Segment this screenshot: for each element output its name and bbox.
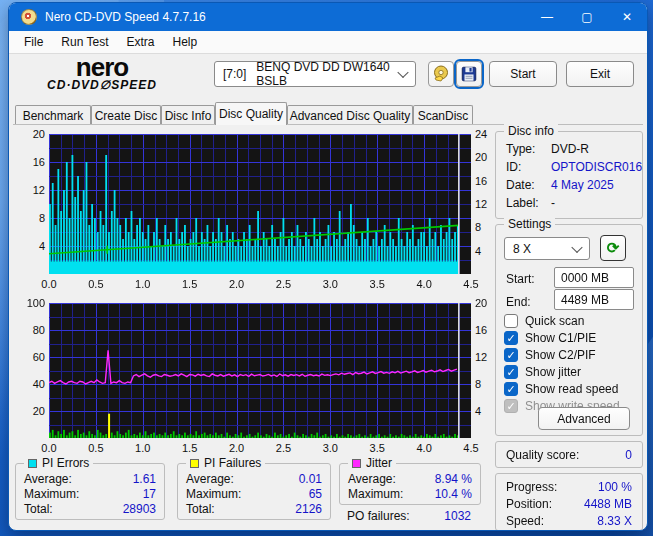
- pie-maximum-value: 17: [143, 487, 156, 501]
- maximize-button[interactable]: ▢: [567, 3, 607, 31]
- pi-failures-group: PI Failures Average: 0.01 Maximum: 65 To…: [177, 463, 331, 520]
- checkbox-checked-icon: ✓: [504, 331, 518, 345]
- pi-errors-group: PI Errors Average: 1.61 Maximum: 17 Tota…: [15, 463, 165, 520]
- disc-label-label: Label:: [506, 196, 539, 210]
- menu-bar: File Run Test Extra Help: [9, 31, 647, 54]
- minimize-button[interactable]: —: [527, 3, 567, 31]
- speed-value: 8.33 X: [597, 514, 632, 528]
- tab-disc-info[interactable]: Disc Info: [161, 105, 215, 125]
- pif-maximum-value: 65: [309, 487, 322, 501]
- jitter-average-label: Average:: [348, 472, 396, 486]
- jitter-title: Jitter: [348, 456, 396, 470]
- save-button[interactable]: [456, 61, 482, 87]
- drive-name: BENQ DVD DD DW1640 BSLB: [256, 60, 407, 88]
- close-button[interactable]: ✕: [607, 3, 647, 31]
- axis-tick-label: 60: [15, 351, 45, 363]
- nero-logo: nero CD·DVD∅SPEED: [27, 55, 177, 91]
- speed-label: Speed:: [506, 514, 544, 528]
- pif-total-label: Total:: [186, 502, 215, 516]
- checkbox-checked-icon: ✓: [504, 382, 518, 396]
- axis-tick-label: 12: [15, 184, 45, 196]
- po-failures-label: PO failures:: [347, 509, 410, 523]
- axis-tick-label: 3.0: [315, 278, 345, 290]
- menu-run-test[interactable]: Run Test: [52, 32, 117, 52]
- toolbar: nero CD·DVD∅SPEED [7:0] BENQ DVD DD DW16…: [9, 55, 647, 101]
- window-title: Nero CD-DVD Speed 4.7.7.16: [45, 10, 206, 24]
- progress-label: Progress:: [506, 480, 557, 494]
- pif-maximum-label: Maximum:: [186, 487, 241, 501]
- quality-score-label: Quality score:: [506, 448, 579, 462]
- tab-bar: Benchmark Create Disc Disc Info Disc Qua…: [9, 102, 647, 126]
- refresh-button[interactable]: ⟳: [600, 235, 626, 261]
- progress-value: 100 %: [598, 480, 632, 494]
- pif-total-value: 2126: [295, 502, 322, 516]
- app-icon: [21, 9, 37, 25]
- axis-tick-label: 3.5: [362, 278, 392, 290]
- start-button[interactable]: Start: [489, 61, 557, 87]
- axis-tick-label: 1.5: [175, 442, 205, 454]
- axis-tick-label: 0.5: [81, 442, 111, 454]
- disc-info-title: Disc info: [504, 124, 558, 138]
- jitter-maximum-value: 10.4 %: [435, 487, 472, 501]
- jitter-maximum-label: Maximum:: [348, 487, 403, 501]
- menu-file[interactable]: File: [15, 32, 52, 52]
- pie-average-label: Average:: [24, 472, 72, 486]
- pif-average-value: 0.01: [299, 472, 322, 486]
- advanced-button[interactable]: Advanced: [538, 407, 630, 430]
- disc-hand-icon: [431, 64, 451, 84]
- tab-disc-quality[interactable]: Disc Quality: [215, 102, 287, 125]
- axis-tick-label: 2.0: [222, 278, 252, 290]
- axis-tick-label: 1.0: [128, 442, 158, 454]
- menu-extra[interactable]: Extra: [117, 32, 163, 52]
- jitter-average-value: 8.94 %: [435, 472, 472, 486]
- axis-tick-label: 0.0: [34, 278, 64, 290]
- save-floppy-icon: [460, 65, 478, 83]
- disc-type-value: DVD-R: [551, 142, 589, 156]
- tab-create-disc[interactable]: Create Disc: [91, 105, 161, 125]
- tab-scandisc[interactable]: ScanDisc: [413, 105, 473, 125]
- scan-speed-select[interactable]: 8 X: [504, 237, 590, 260]
- exit-button[interactable]: Exit: [566, 61, 634, 87]
- axis-tick-label: 40: [15, 378, 45, 390]
- pie-total-value: 28903: [123, 502, 156, 516]
- end-mb-input[interactable]: [554, 289, 634, 310]
- disc-type-label: Type:: [506, 142, 535, 156]
- checkbox-show-jitter[interactable]: ✓ Show jitter: [504, 365, 581, 379]
- pie-total-label: Total:: [24, 502, 53, 516]
- checkbox-show-c2-pif[interactable]: ✓ Show C2/PIF: [504, 348, 596, 362]
- start-mb-input[interactable]: [554, 267, 634, 288]
- axis-tick-label: 20: [15, 405, 45, 417]
- pi-errors-chart: [49, 134, 471, 274]
- axis-tick-label: 8: [15, 212, 45, 224]
- refresh-icon: ⟳: [607, 241, 620, 255]
- axis-tick-label: 3.5: [362, 442, 392, 454]
- pi-failures-legend-icon: [190, 459, 199, 468]
- title-bar: Nero CD-DVD Speed 4.7.7.16 — ▢ ✕: [9, 3, 647, 31]
- checkbox-checked-icon: ✓: [504, 365, 518, 379]
- axis-tick-label: 0.0: [34, 442, 64, 454]
- axis-tick-label: 1.0: [128, 278, 158, 290]
- pi-failures-title: PI Failures: [186, 456, 265, 470]
- menu-help[interactable]: Help: [164, 32, 207, 52]
- pi-failures-jitter-chart: [49, 303, 471, 438]
- start-mb-label: Start:: [506, 272, 535, 286]
- axis-tick-label: 0.5: [81, 278, 111, 290]
- axis-tick-label: 2.5: [268, 442, 298, 454]
- quality-score-value: 0: [625, 448, 632, 462]
- disc-id-label: ID:: [506, 160, 521, 174]
- settings-group: Settings 8 X ⟳ Start: End: Quick scan ✓ …: [495, 224, 643, 436]
- checkbox-show-read-speed[interactable]: ✓ Show read speed: [504, 382, 618, 396]
- jitter-group: Jitter Average: 8.94 % Maximum: 10.4 %: [339, 463, 481, 505]
- disc-date-value: 4 May 2025: [551, 178, 614, 192]
- eject-disc-button[interactable]: [428, 61, 454, 87]
- tab-advanced-disc-quality[interactable]: Advanced Disc Quality: [287, 105, 413, 125]
- pie-maximum-label: Maximum:: [24, 487, 79, 501]
- checkbox-show-c1-pie[interactable]: ✓ Show C1/PIE: [504, 331, 596, 345]
- drive-prefix: [7:0]: [223, 67, 246, 81]
- pi-errors-title: PI Errors: [24, 456, 93, 470]
- checkbox-icon: [504, 314, 518, 328]
- checkbox-quick-scan[interactable]: Quick scan: [504, 314, 584, 328]
- progress-group: Progress: 100 % Position: 4488 MB Speed:…: [495, 473, 643, 531]
- tab-benchmark[interactable]: Benchmark: [15, 105, 91, 125]
- drive-select[interactable]: [7:0] BENQ DVD DD DW1640 BSLB: [214, 61, 416, 87]
